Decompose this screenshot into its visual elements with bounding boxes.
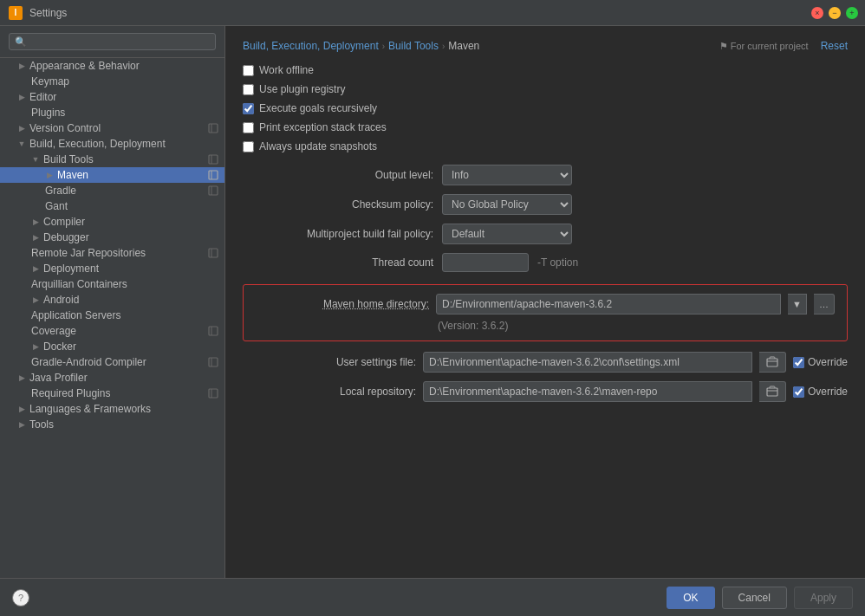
user-settings-label: User settings file: — [243, 356, 416, 368]
sidebar-item-android[interactable]: ▶ Android — [0, 292, 224, 308]
search-input[interactable] — [9, 33, 216, 50]
sidebar-item-docker[interactable]: ▶ Docker — [0, 339, 224, 354]
sidebar-item-deployment[interactable]: ▶ Deployment — [0, 261, 224, 276]
local-repo-override-label[interactable]: Override — [808, 386, 848, 398]
user-settings-override-label[interactable]: Override — [808, 356, 848, 368]
checksum-policy-label: Checksum policy: — [243, 198, 433, 211]
print-exception-checkbox[interactable] — [243, 122, 254, 133]
sidebar: ▶ Appearance & Behavior Keymap ▶ Editor … — [0, 26, 225, 578]
breadcrumb-build-tools[interactable]: Build Tools — [388, 40, 439, 52]
sidebar-item-java-profiler[interactable]: ▶ Java Profiler — [0, 370, 224, 386]
thread-count-input[interactable] — [442, 253, 529, 272]
help-button[interactable]: ? — [12, 589, 29, 606]
print-exception-label[interactable]: Print exception stack traces — [259, 121, 387, 133]
always-update-label[interactable]: Always update snapshots — [259, 140, 377, 152]
execute-goals-label[interactable]: Execute goals recursively — [259, 102, 377, 114]
user-settings-override-checkbox[interactable] — [793, 357, 804, 368]
user-settings-override: Override — [793, 356, 848, 368]
sidebar-item-remote-jar[interactable]: Remote Jar Repositories — [0, 245, 224, 261]
sidebar-item-compiler[interactable]: ▶ Compiler — [0, 214, 224, 230]
svg-rect-12 — [209, 358, 218, 366]
expand-icon-maven: ▶ — [45, 171, 54, 179]
user-settings-browse[interactable] — [759, 352, 786, 373]
maven-badge — [207, 169, 219, 181]
svg-rect-0 — [209, 124, 218, 133]
output-level-select[interactable]: Info Debug Warning Error — [442, 165, 572, 185]
window-title: Settings — [29, 7, 67, 19]
sidebar-item-debugger[interactable]: ▶ Debugger — [0, 230, 224, 245]
breadcrumb-project-note: ⚑ For current project — [719, 41, 809, 52]
breadcrumb-maven: Maven — [448, 40, 479, 52]
maven-section: Maven home directory: ▼ … (Version: 3.6.… — [243, 284, 848, 341]
thread-count-label: Thread count — [243, 256, 433, 269]
sidebar-item-build-execution[interactable]: ▼ Build, Execution, Deployment — [0, 136, 224, 152]
search-box — [0, 26, 224, 58]
use-plugin-registry-row: Use plugin registry — [243, 83, 848, 95]
expand-icon-editor: ▶ — [17, 93, 26, 101]
maximize-button[interactable]: + — [846, 7, 858, 19]
main-layout: ▶ Appearance & Behavior Keymap ▶ Editor … — [0, 26, 865, 578]
sidebar-item-build-tools[interactable]: ▼ Build Tools — [0, 152, 224, 167]
user-settings-input[interactable] — [423, 352, 752, 373]
thread-count-row: Thread count -T option — [243, 253, 848, 272]
sidebar-item-keymap[interactable]: Keymap — [0, 74, 224, 89]
gradle-android-badge — [207, 356, 219, 368]
output-level-row: Output level: Info Debug Warning Error — [243, 165, 848, 185]
multiproject-policy-row: Multiproject build fail policy: Default … — [243, 224, 848, 244]
user-settings-row: User settings file: Override — [243, 352, 848, 373]
sidebar-item-appearance-behavior[interactable]: ▶ Appearance & Behavior — [0, 58, 224, 74]
sidebar-item-editor[interactable]: ▶ Editor — [0, 89, 224, 105]
sidebar-item-tools[interactable]: ▶ Tools — [0, 417, 224, 432]
svg-rect-16 — [767, 359, 777, 366]
sidebar-item-languages[interactable]: ▶ Languages & Frameworks — [0, 401, 224, 417]
maven-dir-dropdown[interactable]: ▼ — [788, 294, 807, 314]
cancel-button[interactable]: Cancel — [722, 587, 787, 609]
sidebar-item-gant[interactable]: Gant — [0, 198, 224, 214]
svg-rect-2 — [209, 155, 218, 164]
maven-dir-browse[interactable]: … — [814, 294, 835, 314]
print-exception-row: Print exception stack traces — [243, 121, 848, 133]
ok-button[interactable]: OK — [667, 587, 714, 609]
window-controls: × − + — [811, 7, 858, 19]
remote-jar-badge — [207, 247, 219, 259]
svg-rect-6 — [209, 186, 218, 195]
content-area: Build, Execution, Deployment › Build Too… — [225, 26, 865, 578]
apply-button[interactable]: Apply — [794, 587, 853, 609]
work-offline-checkbox[interactable] — [243, 65, 254, 76]
sidebar-item-gradle-android[interactable]: Gradle-Android Compiler — [0, 354, 224, 370]
sidebar-item-required-plugins[interactable]: Required Plugins — [0, 386, 224, 401]
minimize-button[interactable]: − — [829, 7, 841, 19]
local-repo-override-checkbox[interactable] — [793, 386, 804, 398]
multiproject-policy-label: Multiproject build fail policy: — [243, 228, 433, 240]
expand-icon-deployment: ▶ — [31, 264, 40, 273]
checksum-policy-select[interactable]: No Global Policy Strict Warn Ignore — [442, 194, 572, 215]
bottom-bar: ? OK Cancel Apply — [0, 578, 865, 616]
maven-dir-label: Maven home directory: — [256, 298, 429, 310]
sidebar-item-maven[interactable]: ▶ Maven — [0, 167, 224, 183]
sidebar-item-coverage[interactable]: Coverage — [0, 323, 224, 339]
sidebar-item-gradle[interactable]: Gradle — [0, 183, 224, 198]
local-repo-browse[interactable] — [759, 381, 786, 402]
expand-icon-build: ▼ — [17, 139, 26, 148]
reset-button[interactable]: Reset — [821, 40, 848, 52]
close-button[interactable]: × — [811, 7, 823, 19]
sidebar-item-plugins[interactable]: Plugins — [0, 105, 224, 120]
breadcrumb-sep-2: › — [442, 42, 445, 51]
expand-icon-bt: ▼ — [31, 155, 40, 164]
execute-goals-checkbox[interactable] — [243, 103, 254, 114]
use-plugin-registry-checkbox[interactable] — [243, 84, 254, 95]
work-offline-label[interactable]: Work offline — [259, 64, 314, 76]
maven-dir-input[interactable] — [436, 294, 781, 314]
breadcrumb-build-execution[interactable]: Build, Execution, Deployment — [243, 40, 379, 52]
always-update-checkbox[interactable] — [243, 141, 254, 152]
sidebar-item-app-servers[interactable]: Application Servers — [0, 308, 224, 323]
svg-rect-17 — [767, 388, 777, 396]
use-plugin-registry-label[interactable]: Use plugin registry — [259, 83, 345, 95]
sidebar-item-arquillian[interactable]: Arquillian Containers — [0, 276, 224, 292]
multiproject-policy-select[interactable]: Default At End Never Fast — [442, 224, 572, 244]
sidebar-item-version-control[interactable]: ▶ Version Control — [0, 120, 224, 136]
local-repo-input[interactable] — [423, 381, 752, 402]
execute-goals-row: Execute goals recursively — [243, 102, 848, 114]
build-tools-badge — [207, 153, 219, 165]
maven-version: (Version: 3.6.2) — [438, 320, 835, 332]
